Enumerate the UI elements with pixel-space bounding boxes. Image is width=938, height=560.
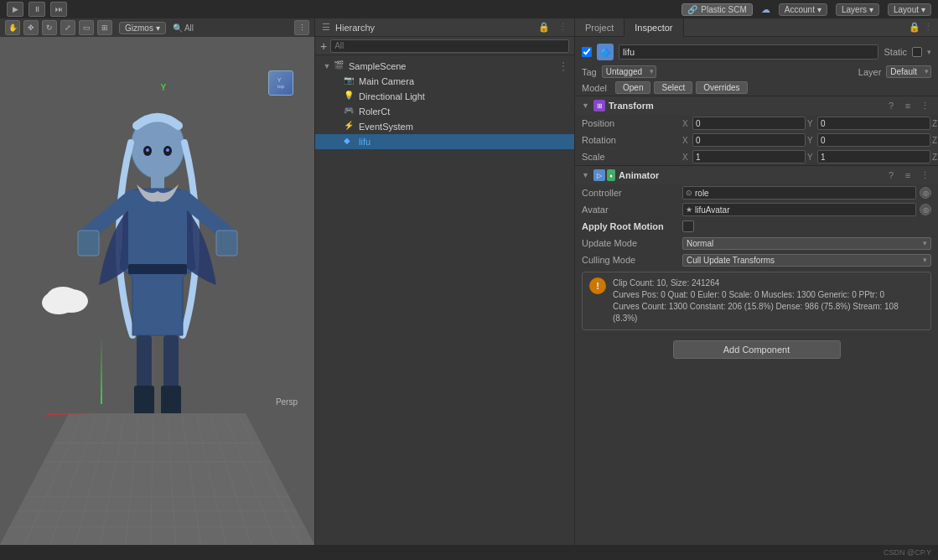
hierarchy-search-input[interactable] bbox=[330, 39, 569, 53]
move-tool[interactable]: ✥ bbox=[23, 20, 39, 35]
culling-mode-dropdown[interactable]: Cull Update Transforms ▾ bbox=[682, 254, 931, 267]
animator-component-header[interactable]: ▼ ▷ ♦ Animator ? ≡ ⋮ bbox=[575, 165, 938, 184]
position-z-label: Z bbox=[932, 119, 938, 128]
account-dropdown[interactable]: Account ▾ bbox=[779, 3, 827, 16]
warning-icon: ! bbox=[589, 277, 606, 294]
scale-x-field: X bbox=[682, 150, 806, 163]
scene-canvas[interactable]: Ytop Y bbox=[0, 37, 314, 545]
add-component-button[interactable]: Add Component bbox=[673, 340, 841, 359]
animator-more-button[interactable]: ⋮ bbox=[918, 169, 931, 182]
overrides-button[interactable]: Overrides bbox=[696, 81, 747, 94]
select-button[interactable]: Select bbox=[654, 81, 692, 94]
transform-help-button[interactable]: ? bbox=[884, 99, 898, 112]
tag-dropdown[interactable]: Untagged ▾ bbox=[602, 65, 656, 78]
object-type-icon: 🔷 bbox=[600, 48, 610, 57]
transform-more-button[interactable]: ⋮ bbox=[918, 99, 931, 112]
search-icon: 🔍 bbox=[173, 23, 183, 33]
layer-text-label: Layer bbox=[858, 67, 882, 77]
search-area: 🔍 All bbox=[173, 23, 194, 33]
transform-tool[interactable]: ⊞ bbox=[97, 20, 112, 35]
add-hier-icon[interactable]: + bbox=[320, 39, 327, 53]
avatar-target-btn[interactable]: ◎ bbox=[920, 204, 931, 215]
transform-settings-button[interactable]: ≡ bbox=[901, 99, 915, 112]
hier-item-event-system[interactable]: ⚡ EventSystem bbox=[315, 119, 574, 134]
step-button[interactable]: ⏭ bbox=[50, 2, 67, 17]
hier-item-directional-light[interactable]: 💡 Directional Light bbox=[315, 89, 574, 104]
position-y-field: Y bbox=[807, 117, 930, 130]
position-x-label: X bbox=[682, 119, 691, 128]
layers-dropdown[interactable]: Layers ▾ bbox=[836, 3, 879, 16]
cloud-icon[interactable]: ☁ bbox=[761, 4, 770, 15]
y-axis-line bbox=[101, 337, 102, 404]
rotation-x-input[interactable] bbox=[692, 133, 806, 147]
update-mode-row: Update Mode Normal ▾ bbox=[575, 235, 938, 251]
hierarchy-lock-icon[interactable]: 🔒 bbox=[538, 22, 550, 33]
object-icon: 🔷 bbox=[597, 44, 614, 60]
more-tab-icon[interactable]: ⋮ bbox=[924, 22, 933, 33]
layers-arrow-icon: ▾ bbox=[869, 5, 873, 14]
inspector-tab-label: Inspector bbox=[635, 23, 672, 33]
nav-cube-label: Ytop bbox=[277, 77, 284, 89]
layout-label: Layout bbox=[894, 5, 919, 14]
hierarchy-list: ▼ 🎬 SampleScene ⋮ 📷 Main Camera 💡 Direct… bbox=[315, 55, 574, 545]
position-y-input[interactable] bbox=[817, 117, 930, 130]
static-checkbox[interactable] bbox=[912, 47, 922, 57]
animator-settings-button[interactable]: ≡ bbox=[901, 169, 915, 182]
position-row: Position X Y Z bbox=[575, 115, 938, 132]
animator-sub-icon: ♦ bbox=[607, 169, 615, 181]
inspector-body: 🔷 Static ▾ Tag Untagged ▾ Layer Default … bbox=[575, 37, 938, 545]
hand-tool[interactable]: ✋ bbox=[5, 20, 20, 35]
apply-root-motion-checkbox[interactable] bbox=[682, 220, 694, 232]
animator-help-button[interactable]: ? bbox=[884, 169, 898, 182]
svg-rect-5 bbox=[163, 335, 179, 394]
pause-button[interactable]: ⏸ bbox=[29, 2, 45, 17]
rotate-tool[interactable]: ↻ bbox=[42, 20, 57, 35]
play-button[interactable]: ▶ bbox=[7, 2, 23, 17]
rotation-row: Rotation X Y Z bbox=[575, 132, 938, 148]
rect-tool[interactable]: ▭ bbox=[79, 20, 94, 35]
update-mode-dropdown[interactable]: Normal ▾ bbox=[682, 237, 931, 250]
inspector-tab[interactable]: Inspector bbox=[624, 18, 683, 37]
sample-scene-menu-icon[interactable]: ⋮ bbox=[557, 60, 569, 73]
avatar-label: Avatar bbox=[582, 205, 682, 215]
animator-component-name: Animator bbox=[619, 170, 659, 180]
lock-tab-icon[interactable]: 🔒 bbox=[909, 22, 920, 33]
layer-dropdown[interactable]: Default ▾ bbox=[886, 65, 931, 78]
position-x-input[interactable] bbox=[692, 117, 806, 130]
scale-x-input[interactable] bbox=[692, 150, 806, 163]
hier-item-sample-scene[interactable]: ▼ 🎬 SampleScene ⋮ bbox=[315, 59, 574, 74]
plastic-scm-badge[interactable]: 🔗 Plastic SCM bbox=[681, 3, 752, 16]
scale-y-input[interactable] bbox=[817, 150, 930, 163]
hier-item-rolerct[interactable]: 🎮 RolerCt bbox=[315, 104, 574, 119]
avatar-ref-field[interactable]: ★ lifuAvatar bbox=[682, 203, 916, 216]
update-mode-arrow-icon: ▾ bbox=[923, 239, 927, 247]
rotation-y-input[interactable] bbox=[817, 133, 930, 147]
controller-target-btn[interactable]: ◎ bbox=[920, 187, 931, 199]
controller-ref-field[interactable]: ⊙ role bbox=[682, 186, 916, 200]
cloud-effect bbox=[46, 287, 80, 310]
layout-dropdown[interactable]: Layout ▾ bbox=[888, 3, 931, 16]
scale-x-label: X bbox=[682, 153, 691, 162]
object-name-field[interactable] bbox=[619, 44, 878, 60]
static-arrow-icon[interactable]: ▾ bbox=[927, 48, 931, 56]
account-label: Account bbox=[785, 5, 815, 14]
transform-component-header[interactable]: ▼ ⊞ Transform ? ≡ ⋮ bbox=[575, 96, 938, 115]
inspector-tab-icons: 🔒 ⋮ bbox=[909, 22, 938, 33]
light-label: Directional Light bbox=[359, 91, 425, 101]
event-icon: ⚡ bbox=[344, 121, 355, 132]
scale-tool[interactable]: ⤢ bbox=[60, 20, 75, 35]
hierarchy-more-icon[interactable]: ⋮ bbox=[558, 22, 567, 33]
scene-grid bbox=[0, 413, 314, 545]
more-options-icon[interactable]: ⋮ bbox=[294, 20, 309, 35]
gizmos-dropdown[interactable]: Gizmos ▾ bbox=[119, 22, 166, 34]
nav-cube[interactable]: Ytop bbox=[260, 62, 302, 104]
open-button[interactable]: Open bbox=[615, 81, 650, 94]
object-header: 🔷 Static ▾ bbox=[575, 40, 938, 64]
playback-controls: ▶ ⏸ ⏭ bbox=[7, 2, 67, 17]
x-axis-label: ← bbox=[44, 412, 52, 421]
hier-item-lifu[interactable]: ◆ lifu bbox=[315, 134, 574, 149]
inspector-panel: Project Inspector 🔒 ⋮ 🔷 Static ▾ bbox=[574, 18, 938, 545]
hier-item-main-camera[interactable]: 📷 Main Camera bbox=[315, 74, 574, 89]
object-active-checkbox[interactable] bbox=[582, 47, 592, 57]
project-tab[interactable]: Project bbox=[575, 18, 624, 37]
